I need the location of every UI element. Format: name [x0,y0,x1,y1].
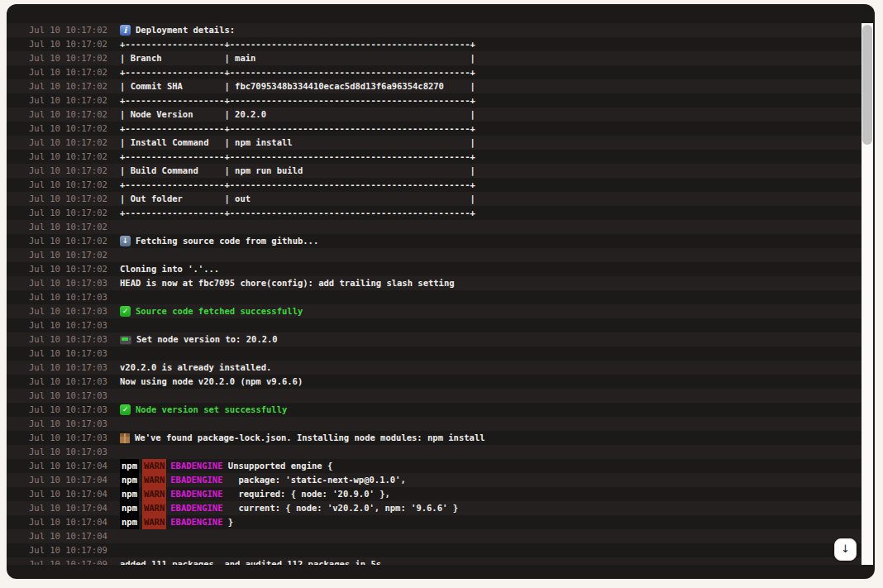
log-line: Jul 10 10:17:04npmWARNEBADENGINE require… [7,487,862,501]
log-text: +-------------------+-------------------… [120,93,475,108]
log-text-warn-chip: WARN [142,487,166,501]
log-line: Jul 10 10:17:03v20.2.0 is already instal… [7,361,862,375]
log-text: +-------------------+-------------------… [120,206,475,220]
log-message: +-------------------+-------------------… [120,93,475,108]
log-text-warn-chip: WARN [142,515,166,529]
log-text-warn-chip: WARN [142,501,166,515]
log-text-green: Source code fetched successfully [136,304,303,318]
log-line: Jul 10 10:17:04npmWARNEBADENGINE } [7,515,862,529]
log-timestamp: Jul 10 10:17:02 [29,220,107,234]
log-line: Jul 10 10:17:04npmWARNEBADENGINE current… [7,501,862,515]
log-timestamp: Jul 10 10:17:02 [29,164,107,178]
log-message: npmWARNEBADENGINE required: { node: '20.… [120,487,390,501]
log-line: Jul 10 10:17:02+-------------------+----… [7,178,862,192]
log-line: Jul 10 10:17:02| Branch | main | [7,51,862,65]
log-text-warn-chip: WARN [142,459,166,473]
log-timestamp: Jul 10 10:17:04 [29,501,107,515]
log-timestamp: Jul 10 10:17:02 [29,136,107,150]
log-line: Jul 10 10:17:02Fetching source code from… [7,234,862,248]
check-icon [120,306,131,317]
log-line: Jul 10 10:17:03Node version set successf… [7,403,862,417]
log-line: Jul 10 10:17:03 [7,290,862,304]
log-text: +-------------------+-------------------… [120,122,475,136]
log-timestamp: Jul 10 10:17:02 [29,79,107,93]
log-text: Fetching source code from github... [136,234,318,248]
log-text-npm-chip: npm [120,473,139,487]
log-text-magenta: EBADENGINE [170,501,222,515]
log-timestamp: Jul 10 10:17:03 [29,431,107,445]
log-text: +-------------------+-------------------… [120,150,475,164]
log-line: Jul 10 10:17:03 [7,347,862,361]
log-message: npmWARNEBADENGINE current: { node: 'v20.… [120,501,458,515]
log-text: HEAD is now at fbc7095 chore(config): ad… [120,276,455,290]
log-message: added 111 packages, and audited 112 pack… [120,557,381,565]
log-timestamp: Jul 10 10:17:02 [29,23,107,37]
log-timestamp: Jul 10 10:17:03 [29,332,107,347]
log-message: +-------------------+-------------------… [120,150,475,164]
log-timestamp: Jul 10 10:17:02 [29,248,107,262]
log-text: +-------------------+-------------------… [120,65,475,79]
scrollbar-track[interactable] [862,23,873,565]
log-line: Jul 10 10:17:02+-------------------+----… [7,65,862,79]
log-text: +-------------------+-------------------… [120,178,475,192]
log-text-npm-chip: npm [120,487,139,501]
log-text: } [222,515,233,529]
log-line: Jul 10 10:17:02+-------------------+----… [7,150,862,164]
log-text: | Commit SHA | fbc7095348b334410ecac5d8d… [120,79,475,93]
log-text: Set node version to: 20.2.0 [136,332,278,347]
log-message: | Node Version | 20.2.0 | [120,108,475,122]
log-line: Jul 10 10:17:03 [7,389,862,403]
log-text: Now using node v20.2.0 (npm v9.6.6) [120,375,303,389]
log-text: | Install Command | npm install | [120,136,475,150]
download-icon [120,236,131,246]
log-message: | Build Command | npm run build | [120,164,475,178]
log-timestamp: Jul 10 10:17:03 [29,389,107,403]
log-message: Now using node v20.2.0 (npm v9.6.6) [120,375,303,389]
log-timestamp: Jul 10 10:17:09 [29,543,107,557]
log-line: Jul 10 10:17:03We've found package-lock.… [7,431,862,445]
log-text: | Branch | main | [120,51,475,65]
log-message: | Commit SHA | fbc7095348b334410ecac5d8d… [120,79,475,93]
log-timestamp: Jul 10 10:17:02 [29,178,107,192]
log-message: +-------------------+-------------------… [120,178,475,192]
log-timestamp: Jul 10 10:17:02 [29,150,107,164]
log-message: | Out folder | out | [120,192,475,206]
log-message: +-------------------+-------------------… [120,65,475,79]
log-line: Jul 10 10:17:02 [7,220,862,234]
log-message: npmWARNEBADENGINE } [120,515,233,529]
log-line: Jul 10 10:17:02 [7,248,862,262]
log-timestamp: Jul 10 10:17:03 [29,445,107,459]
log-timestamp: Jul 10 10:17:02 [29,234,107,248]
log-message: Source code fetched successfully [120,304,303,318]
log-text: added 111 packages, and audited 112 pack… [120,557,381,565]
log-line: Jul 10 10:17:03Now using node v20.2.0 (n… [7,375,862,389]
log-timestamp: Jul 10 10:17:02 [29,37,107,51]
log-message: Cloning into '.'... [120,262,219,276]
log-timestamp: Jul 10 10:17:04 [29,473,107,487]
info-icon [120,25,131,36]
log-timestamp: Jul 10 10:17:03 [29,375,107,389]
scrollbar-thumb[interactable] [862,25,872,145]
log-line: Jul 10 10:17:03 [7,417,862,431]
log-text: | Node Version | 20.2.0 | [120,108,475,122]
log-line: Jul 10 10:17:02| Node Version | 20.2.0 | [7,108,862,122]
log-line: Jul 10 10:17:03 [7,318,862,332]
log-line: Jul 10 10:17:02Deployment details: [7,23,862,37]
log-text: Deployment details: [136,23,235,37]
log-line: Jul 10 10:17:03Source code fetched succe… [7,304,862,318]
log-text-npm-chip: npm [120,459,139,473]
log-message: npmWARNEBADENGINE package: 'static-next-… [120,473,406,487]
log-text-warn-chip: WARN [142,473,166,487]
log-timestamp: Jul 10 10:17:02 [29,122,107,136]
scroll-to-bottom-button[interactable]: ↓ [834,538,857,561]
log-line: Jul 10 10:17:09added 111 packages, and a… [7,557,862,565]
log-timestamp: Jul 10 10:17:03 [29,417,107,431]
log-message: +-------------------+-------------------… [120,122,475,136]
log-message: +-------------------+-------------------… [120,37,475,51]
log-message: npmWARNEBADENGINE Unsupported engine { [120,459,332,473]
log-timestamp: Jul 10 10:17:09 [29,557,107,565]
log-viewport[interactable]: Jul 10 10:17:02Deployment details:Jul 10… [7,23,862,565]
log-timestamp: Jul 10 10:17:02 [29,262,107,276]
log-message: Node version set successfully [120,403,287,417]
log-timestamp: Jul 10 10:17:03 [29,318,107,332]
